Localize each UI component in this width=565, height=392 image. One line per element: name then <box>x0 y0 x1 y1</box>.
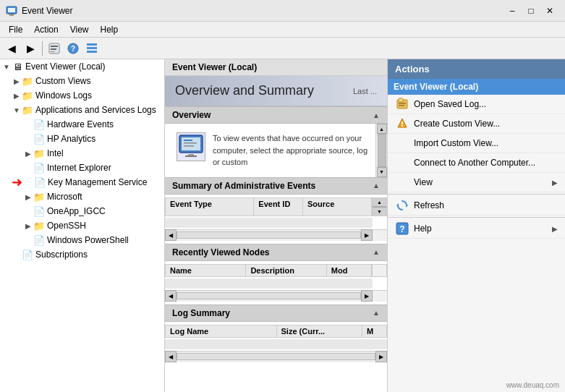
tree-item-intel[interactable]: ▶ 📁 Intel <box>0 146 164 161</box>
actions-section-event-viewer-local[interactable]: Event Viewer (Local) <box>388 79 565 95</box>
tree-item-windows-logs[interactable]: ▶ 📁 Windows Logs <box>0 88 164 103</box>
window-title: Event Viewer <box>22 6 503 16</box>
toolbar-icon2-button[interactable]: ? <box>64 40 82 57</box>
overview-section-label: Overview <box>172 110 211 120</box>
recently-viewed-hscrollbar[interactable]: ◀ ▶ <box>165 290 387 302</box>
icon-windows-powershell: 📄 <box>33 234 45 246</box>
admin-scroll-up[interactable]: ▲ <box>373 198 386 207</box>
tree-item-key-management-service[interactable]: ➜ ▶ 📄 Key Management Service <box>0 175 164 189</box>
app-icon <box>6 5 17 17</box>
tree-item-internet-explorer[interactable]: ▶ 📄 Internet Explorer <box>0 161 164 175</box>
menu-help[interactable]: Help <box>95 23 124 36</box>
tree-item-oneapp-igcc[interactable]: ▶ 📄 OneApp_IGCC <box>0 204 164 218</box>
col-source: Source <box>303 198 372 216</box>
admin-hscroll-left[interactable]: ◀ <box>165 229 177 241</box>
maximize-button[interactable]: □ <box>522 3 540 19</box>
svg-rect-17 <box>184 145 194 147</box>
tree-item-subscriptions[interactable]: ▶ 📄 Subscriptions <box>0 247 164 262</box>
overview-section-header[interactable]: Overview ▲ <box>165 106 387 124</box>
rv-hscroll-left[interactable]: ◀ <box>165 290 177 302</box>
label-hardware-events: Hardware Events <box>47 119 114 129</box>
actions-header: Actions <box>388 59 565 79</box>
expander-event-viewer-local[interactable]: ▼ <box>1 61 12 72</box>
admin-scroll-down[interactable]: ▼ <box>373 207 386 216</box>
col-m: M <box>362 325 386 337</box>
tree-item-applications-services-logs[interactable]: ▼ 📁 Applications and Services Logs <box>0 103 164 117</box>
action-refresh[interactable]: Refresh <box>388 196 565 216</box>
svg-rect-23 <box>399 105 404 106</box>
actions-divider-2 <box>388 217 565 218</box>
title-bar: Event Viewer – □ ✕ <box>0 0 565 22</box>
svg-text:?: ? <box>71 45 75 53</box>
tree-item-hp-analytics[interactable]: ▶ 📄 HP Analytics <box>0 132 164 146</box>
recently-viewed-table-header: Name Description Mod <box>165 264 387 277</box>
svg-rect-1 <box>8 8 15 12</box>
view-label: View <box>414 177 552 187</box>
ls-hscroll-left[interactable]: ◀ <box>165 351 177 362</box>
toolbar-back-button[interactable]: ◀ <box>3 40 20 57</box>
expander-intel[interactable]: ▶ <box>23 148 33 158</box>
refresh-icon <box>395 198 409 213</box>
scroll-down-btn[interactable]: ▼ <box>377 167 387 177</box>
minimize-button[interactable]: – <box>503 3 522 19</box>
view-icon <box>395 175 409 189</box>
admin-events-collapse-icon[interactable]: ▲ <box>373 182 380 189</box>
expander-applications-services-logs[interactable]: ▼ <box>12 105 22 115</box>
scroll-up-btn[interactable]: ▲ <box>377 124 387 134</box>
tree-item-custom-views[interactable]: ▶ 📁 Custom Views <box>0 74 164 88</box>
recently-viewed-scrollbar[interactable] <box>372 265 386 276</box>
close-button[interactable]: ✕ <box>540 3 559 19</box>
icon-intel: 📁 <box>33 148 45 159</box>
log-summary-section-header[interactable]: Log Summary ▲ <box>165 304 387 322</box>
svg-rect-14 <box>182 137 200 150</box>
toolbar-icon1-button[interactable] <box>46 40 63 57</box>
log-summary-label: Log Summary <box>172 308 230 318</box>
scroll-thumb[interactable] <box>378 134 386 167</box>
overview-scrollbar[interactable]: ▲ ▼ <box>375 124 387 177</box>
action-help[interactable]: ? Help ▶ <box>388 219 565 239</box>
admin-row-placeholder-1 <box>165 218 373 228</box>
recently-viewed-collapse-icon[interactable]: ▲ <box>373 248 380 256</box>
tree-item-openssh[interactable]: ▶ 📁 OpenSSH <box>0 218 164 233</box>
action-create-custom-view[interactable]: Create Custom View... <box>388 114 565 134</box>
admin-hscroll-right[interactable]: ▶ <box>361 229 373 241</box>
tree-item-hardware-events[interactable]: ▶ 📄 Hardware Events <box>0 117 164 132</box>
expander-custom-views[interactable]: ▶ <box>12 76 22 86</box>
menu-action[interactable]: Action <box>28 23 64 36</box>
admin-events-hscrollbar[interactable]: ◀ ▶ <box>165 229 387 241</box>
tree-item-microsoft[interactable]: ▶ 📁 Microsoft <box>0 189 164 204</box>
expander-windows-logs[interactable]: ▶ <box>12 90 22 101</box>
action-view[interactable]: View ▶ <box>388 173 565 192</box>
toolbar-forward-button[interactable]: ▶ <box>22 40 39 57</box>
svg-rect-25 <box>402 125 403 127</box>
overview-collapse-icon[interactable]: ▲ <box>373 111 380 119</box>
expander-microsoft[interactable]: ▶ <box>23 192 33 202</box>
toolbar-separator-1 <box>42 41 43 56</box>
label-openssh: OpenSSH <box>47 221 86 231</box>
svg-rect-19 <box>185 155 197 157</box>
import-custom-view-label: Import Custom View... <box>414 138 558 148</box>
tree-item-windows-powershell[interactable]: ▶ 📄 Windows PowerShell <box>0 233 164 247</box>
svg-rect-15 <box>184 140 192 141</box>
log-summary-hscrollbar[interactable]: ◀ ▶ <box>165 351 387 362</box>
recently-viewed-section-header[interactable]: Recently Viewed Nodes ▲ <box>165 244 387 261</box>
help-icon: ? <box>395 221 409 236</box>
admin-events-scrollbar[interactable]: ▲ ▼ <box>372 198 386 216</box>
ls-hscroll-right[interactable]: ▶ <box>375 351 387 362</box>
menu-view[interactable]: View <box>64 23 95 36</box>
open-saved-log-icon <box>395 97 409 111</box>
create-custom-view-label: Create Custom View... <box>414 119 558 129</box>
tree-item-event-viewer-local[interactable]: ▼ 🖥 Event Viewer (Local) <box>0 59 164 74</box>
action-open-saved-log[interactable]: Open Saved Log... <box>388 95 565 114</box>
icon-hardware-events: 📄 <box>33 119 45 130</box>
menu-file[interactable]: File <box>3 23 28 36</box>
log-summary-collapse-icon[interactable]: ▲ <box>373 309 380 317</box>
admin-events-content: Event Type Event ID Source ▲ ▼ ◀ ▶ <box>165 195 387 244</box>
overview-description: To view events that have occurred on you… <box>213 132 368 169</box>
admin-events-section-header[interactable]: Summary of Administrative Events ▲ <box>165 177 387 195</box>
toolbar-icon3-button[interactable] <box>83 40 101 57</box>
expander-openssh[interactable]: ▶ <box>23 221 33 231</box>
rv-hscroll-right[interactable]: ▶ <box>361 290 373 302</box>
action-import-custom-view[interactable]: Import Custom View... <box>388 134 565 153</box>
action-connect-another-computer[interactable]: Connect to Another Computer... <box>388 153 565 173</box>
